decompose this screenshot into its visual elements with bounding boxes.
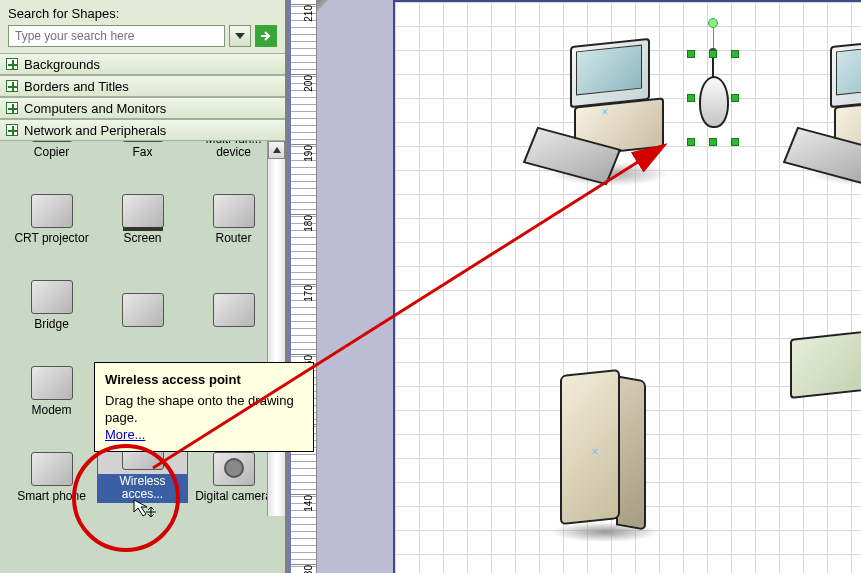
camera-icon xyxy=(213,452,255,486)
shape-label: Router xyxy=(215,232,251,245)
shapes-area: Copier Fax Multi-fun... device CRT proje… xyxy=(0,141,285,516)
tower-side-icon xyxy=(616,375,646,530)
ruler-tick: 130 xyxy=(303,565,314,573)
canvas-wrap: 210 200 190 180 170 160 150 140 130 × xyxy=(291,0,861,573)
drawing-canvas[interactable]: × xyxy=(317,0,861,573)
shape-label: Fax xyxy=(132,146,152,159)
drawing-page[interactable]: × xyxy=(393,0,861,573)
shape-fax[interactable]: Fax xyxy=(97,141,188,159)
screen-icon xyxy=(576,45,642,96)
fax-icon xyxy=(122,141,164,142)
selection-handle[interactable] xyxy=(687,50,695,58)
shape-router[interactable]: Router xyxy=(188,159,279,245)
shape-label: Multi-fun... device xyxy=(188,141,279,159)
shape-modem[interactable]: Modem xyxy=(6,331,97,417)
shape-label: Digital camera xyxy=(195,490,272,503)
canvas-rack[interactable] xyxy=(790,332,861,392)
smartphone-icon xyxy=(31,452,73,486)
tooltip-title: Wireless access point xyxy=(105,371,303,388)
shape-unknown-2-3[interactable] xyxy=(188,245,279,331)
shape-smartphone[interactable]: Smart phone xyxy=(6,417,97,503)
ruler-tick: 180 xyxy=(303,215,314,232)
ruler-tick: 190 xyxy=(303,145,314,162)
stencil-label: Borders and Titles xyxy=(24,79,129,94)
shape-screen[interactable]: Screen xyxy=(97,159,188,245)
ruler-tick: 200 xyxy=(303,75,314,92)
svg-marker-0 xyxy=(235,33,245,39)
scrollbar-up-button[interactable] xyxy=(268,141,285,159)
shape-crt-projector[interactable]: CRT projector xyxy=(6,159,97,245)
shape-mfd[interactable]: Multi-fun... device xyxy=(188,141,279,159)
screen-icon xyxy=(836,45,861,96)
wap-body-icon xyxy=(699,76,729,128)
selection-handle[interactable] xyxy=(731,50,739,58)
shape-label: Bridge xyxy=(34,318,69,331)
shapes-sidebar: Search for Shapes: Backgrounds Borders a… xyxy=(0,0,288,573)
stencil-label: Computers and Monitors xyxy=(24,101,166,116)
ruler-tick: 210 xyxy=(303,5,314,22)
shape-unknown-2-2[interactable] xyxy=(97,245,188,331)
plus-icon xyxy=(6,58,18,70)
center-marker-icon: × xyxy=(601,105,608,119)
device-icon xyxy=(122,293,164,327)
projector-icon xyxy=(31,194,73,228)
stencil-header-borders[interactable]: Borders and Titles xyxy=(0,75,285,97)
selection-handle[interactable] xyxy=(687,138,695,146)
search-label: Search for Shapes: xyxy=(8,6,277,21)
svg-marker-1 xyxy=(273,147,281,153)
canvas-computer-2[interactable] xyxy=(790,42,861,182)
screen-icon xyxy=(122,194,164,228)
modem-icon xyxy=(31,366,73,400)
search-dropdown-button[interactable] xyxy=(229,25,251,47)
plus-icon xyxy=(6,124,18,136)
selection-handle[interactable] xyxy=(709,50,717,58)
canvas-computer-1[interactable]: × xyxy=(530,42,680,182)
stencil-label: Backgrounds xyxy=(24,57,100,72)
tooltip-more-link[interactable]: More... xyxy=(105,427,145,442)
shape-bridge[interactable]: Bridge xyxy=(6,245,97,331)
shape-label: CRT projector xyxy=(14,232,88,245)
selection-handle[interactable] xyxy=(731,138,739,146)
search-go-button[interactable] xyxy=(255,25,277,47)
stencil-header-backgrounds[interactable]: Backgrounds xyxy=(0,53,285,75)
shape-label: Smart phone xyxy=(17,490,86,503)
rack-body-icon xyxy=(790,325,861,399)
shape-copier[interactable]: Copier xyxy=(6,141,97,159)
chevron-down-icon xyxy=(235,33,245,39)
shape-tooltip: Wireless access point Drag the shape ont… xyxy=(94,362,314,452)
move-cursor-icon xyxy=(132,498,156,522)
router-icon xyxy=(213,194,255,228)
bridge-icon xyxy=(31,280,73,314)
plus-icon xyxy=(6,102,18,114)
chevron-up-icon xyxy=(273,147,281,153)
ruler-tick: 140 xyxy=(303,495,314,512)
search-block: Search for Shapes: xyxy=(0,0,285,53)
stencil-label: Network and Peripherals xyxy=(24,123,166,138)
ruler-tick: 170 xyxy=(303,285,314,302)
device-icon xyxy=(213,293,255,327)
tower-body-icon xyxy=(560,369,620,525)
selection-handle[interactable] xyxy=(687,94,695,102)
shape-label: Modem xyxy=(31,404,71,417)
shape-label: Screen xyxy=(123,232,161,245)
stencil-header-network[interactable]: Network and Peripherals xyxy=(0,119,285,141)
plus-icon xyxy=(6,80,18,92)
search-row xyxy=(8,25,277,47)
selection-handle[interactable] xyxy=(709,138,717,146)
copier-icon xyxy=(31,141,73,142)
canvas-wireless-access-point[interactable] xyxy=(691,54,737,146)
search-input[interactable] xyxy=(8,25,225,47)
vertical-ruler: 210 200 190 180 170 160 150 140 130 xyxy=(291,0,317,573)
stencil-header-computers[interactable]: Computers and Monitors xyxy=(0,97,285,119)
shape-label: Copier xyxy=(34,146,69,159)
tooltip-body: Drag the shape onto the drawing page. xyxy=(105,392,303,426)
selection-handle[interactable] xyxy=(731,94,739,102)
rotation-handle[interactable] xyxy=(708,18,718,28)
arrow-right-icon xyxy=(260,30,272,42)
center-marker-icon: × xyxy=(591,445,598,459)
canvas-tower[interactable]: × xyxy=(540,372,660,542)
shapes-scrollbar[interactable] xyxy=(267,141,285,516)
